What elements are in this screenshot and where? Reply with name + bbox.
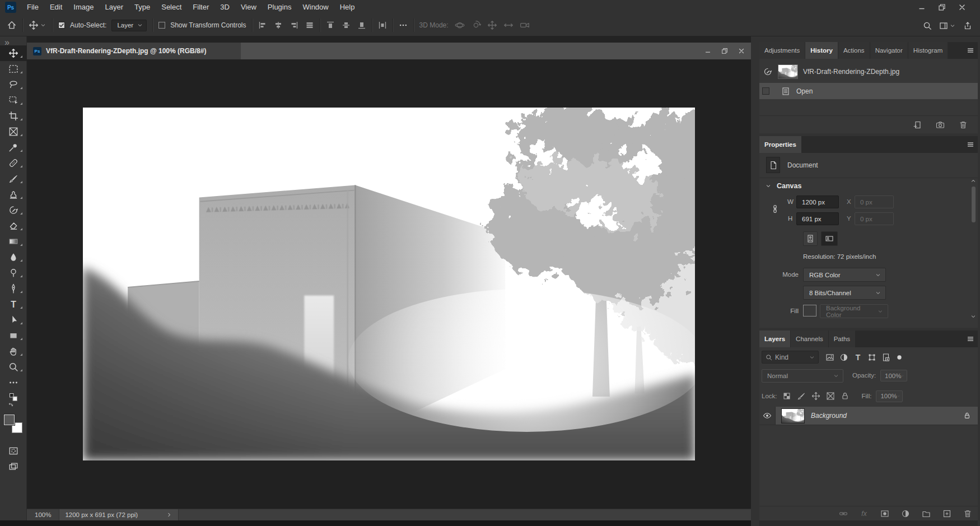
object-selection-tool-icon[interactable] [0, 92, 27, 108]
distribute-horizontally-icon[interactable] [378, 21, 387, 30]
lock-all-icon[interactable] [841, 392, 850, 401]
toolbar-expand-icon[interactable]: » [0, 36, 10, 45]
tab-adjustments[interactable]: Adjustments [759, 42, 805, 59]
history-snapshot-thumbnail[interactable] [778, 64, 798, 79]
layer-visibility-eye-icon[interactable] [763, 411, 772, 420]
workspace-switcher-icon[interactable] [939, 21, 956, 30]
history-brush-tool-icon[interactable] [0, 202, 27, 218]
blur-tool-icon[interactable] [0, 249, 27, 265]
scroll-up-icon[interactable] [970, 178, 977, 184]
canvas-pasteboard[interactable] [27, 59, 751, 509]
restore-icon[interactable] [932, 0, 952, 15]
menu-view[interactable]: View [235, 0, 262, 15]
gradient-tool-icon[interactable] [0, 234, 27, 249]
clone-stamp-tool-icon[interactable] [0, 187, 27, 202]
screen-mode-icon[interactable] [0, 459, 27, 474]
filter-smart-objects-icon[interactable] [881, 353, 890, 362]
lock-pixels-icon[interactable] [797, 392, 806, 401]
fill-amount-value[interactable]: 100% [876, 390, 903, 402]
eraser-tool-icon[interactable] [0, 218, 27, 234]
zoom-tool-icon[interactable] [0, 359, 27, 375]
brush-tool-icon[interactable] [0, 171, 27, 187]
spot-healing-brush-tool-icon[interactable] [0, 155, 27, 171]
lock-transparency-icon[interactable] [782, 392, 791, 401]
quick-mask-mode-icon[interactable] [0, 443, 27, 459]
new-snapshot-icon[interactable] [936, 120, 945, 129]
delete-layer-icon[interactable] [963, 509, 972, 518]
portrait-orientation-button[interactable] [803, 231, 818, 246]
layer-style-fx-icon[interactable] [860, 509, 869, 518]
show-transform-checkbox[interactable] [158, 22, 165, 29]
width-field[interactable]: 1200 px [796, 195, 839, 208]
default-swap-colors-icon[interactable] [6, 393, 21, 412]
scroll-down-icon[interactable] [970, 313, 977, 320]
menu-layer[interactable]: Layer [100, 0, 129, 15]
menu-edit[interactable]: Edit [44, 0, 68, 15]
layer-filter-kind-dropdown[interactable]: Kind [762, 351, 819, 364]
link-layers-icon[interactable] [839, 509, 848, 518]
menu-file[interactable]: File [21, 0, 44, 15]
new-group-icon[interactable] [922, 509, 931, 518]
rectangular-marquee-tool-icon[interactable] [0, 61, 27, 77]
layer-row-background[interactable]: Background [759, 407, 978, 425]
history-panel-menu-icon[interactable] [966, 46, 975, 55]
pen-tool-icon[interactable] [0, 281, 27, 296]
hand-tool-icon[interactable] [0, 343, 27, 359]
menu-plugins[interactable]: Plugins [262, 0, 297, 15]
filter-type-layers-icon[interactable] [853, 353, 862, 362]
color-swatches[interactable] [4, 415, 22, 433]
menu-filter[interactable]: Filter [187, 0, 214, 15]
path-selection-tool-icon[interactable] [0, 312, 27, 328]
tab-history[interactable]: History [805, 42, 838, 59]
home-icon[interactable] [7, 20, 17, 30]
opacity-value[interactable]: 100% [880, 370, 907, 381]
close-icon[interactable] [952, 0, 972, 15]
layer-thumbnail[interactable] [781, 408, 805, 423]
add-layer-mask-icon[interactable] [880, 509, 889, 518]
align-left-edges-icon[interactable] [258, 21, 267, 30]
tab-navigator[interactable]: Navigator [870, 42, 908, 59]
share-icon[interactable] [963, 21, 972, 30]
auto-select-target-dropdown[interactable]: Layer [111, 20, 147, 31]
properties-panel-menu-icon[interactable] [966, 140, 975, 149]
scrollbar-thumb[interactable] [972, 187, 976, 222]
align-bottom-edges-icon[interactable] [357, 21, 366, 30]
filter-pixel-layers-icon[interactable] [825, 353, 834, 362]
layer-name[interactable]: Background [811, 412, 963, 420]
new-adjustment-layer-icon[interactable] [901, 509, 910, 518]
status-zoom-level[interactable]: 100% [27, 511, 59, 518]
history-snapshot-row[interactable]: VfR-Draft-Rendering-ZDepth.jpg [759, 62, 978, 82]
tab-paths[interactable]: Paths [829, 331, 855, 347]
align-top-edges-icon[interactable] [326, 21, 335, 30]
canvas-image-zdepth-rendering[interactable] [83, 108, 695, 460]
canvas-section-collapse-icon[interactable] [765, 183, 772, 189]
foreground-color-swatch[interactable] [4, 415, 15, 425]
type-tool-icon[interactable] [0, 296, 27, 312]
edit-toolbar-icon[interactable] [0, 375, 27, 390]
tab-channels[interactable]: Channels [791, 331, 828, 347]
menu-select[interactable]: Select [156, 0, 187, 15]
layer-filtering-toggle-icon[interactable] [895, 353, 903, 361]
menu-image[interactable]: Image [68, 0, 99, 15]
more-align-options-icon[interactable] [399, 21, 408, 30]
lock-position-icon[interactable] [811, 392, 820, 401]
tab-histogram[interactable]: Histogram [908, 42, 948, 59]
filter-shape-layers-icon[interactable] [867, 353, 876, 362]
height-field[interactable]: 691 px [796, 212, 839, 225]
align-options-icon[interactable] [305, 21, 314, 30]
frame-tool-icon[interactable] [0, 124, 27, 139]
crop-tool-icon[interactable] [0, 108, 27, 124]
history-state-open-row[interactable]: Open [759, 83, 978, 99]
auto-select-checkbox[interactable] [58, 22, 65, 29]
lock-artboard-icon[interactable] [826, 392, 835, 401]
minimize-icon[interactable] [912, 0, 932, 15]
canvas-fill-swatch[interactable] [803, 305, 816, 316]
new-layer-icon[interactable] [942, 509, 951, 518]
history-brush-source-icon[interactable] [763, 67, 772, 76]
layers-panel-menu-icon[interactable] [966, 334, 975, 343]
dodge-tool-icon[interactable] [0, 265, 27, 281]
tab-actions[interactable]: Actions [838, 42, 870, 59]
color-mode-dropdown[interactable]: RGB Color [803, 268, 886, 282]
document-close-icon[interactable] [738, 47, 745, 55]
rectangle-tool-icon[interactable] [0, 328, 27, 343]
